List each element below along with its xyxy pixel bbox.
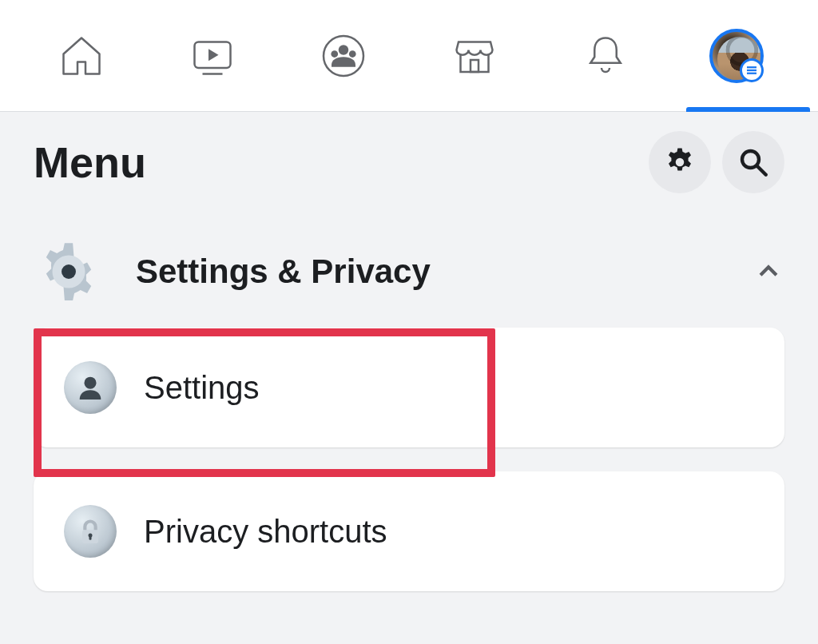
menu-item-settings[interactable]: Settings [34,328,784,447]
svg-point-3 [339,45,349,55]
nav-groups[interactable] [314,26,374,85]
chevron-up-icon [752,256,784,288]
bell-icon [582,32,629,80]
section-title: Settings & Privacy [136,252,752,291]
svg-line-12 [757,166,766,175]
groups-icon [320,32,367,80]
nav-notifications[interactable] [576,26,636,85]
menu-item-label: Privacy shortcuts [144,514,387,550]
section-gear-icon-wrap [34,237,104,307]
nav-home[interactable] [52,26,112,85]
menu-item-label: Settings [144,370,260,406]
hamburger-icon [745,63,759,78]
lock-icon [64,505,117,558]
svg-point-14 [62,264,76,279]
menu-item-privacy-shortcuts[interactable]: Privacy shortcuts [34,471,784,591]
menu-header: Menu [0,112,818,203]
home-icon [58,32,105,80]
page-title: Menu [34,137,637,187]
nav-videos[interactable] [183,26,243,85]
avatar-wrap [707,26,767,85]
svg-point-15 [85,377,97,389]
section-items: Settings Privacy shortcuts [0,328,818,591]
menu-badge [740,58,764,82]
search-icon [737,145,770,179]
person-icon [64,361,117,414]
section-settings-privacy[interactable]: Settings & Privacy [0,203,818,328]
top-nav [0,0,818,112]
header-search-button[interactable] [722,131,784,193]
header-settings-button[interactable] [649,131,711,193]
gear-icon [663,145,697,179]
svg-point-10 [676,158,685,167]
active-tab-underline [686,107,810,112]
svg-point-4 [331,50,338,58]
nav-marketplace[interactable] [445,26,505,85]
video-icon [189,32,236,80]
svg-point-5 [349,50,356,58]
svg-rect-18 [89,536,92,540]
nav-menu[interactable] [707,26,767,85]
marketplace-icon [451,32,498,80]
gear-icon [36,239,101,304]
svg-rect-6 [471,60,478,72]
svg-point-2 [324,36,363,76]
